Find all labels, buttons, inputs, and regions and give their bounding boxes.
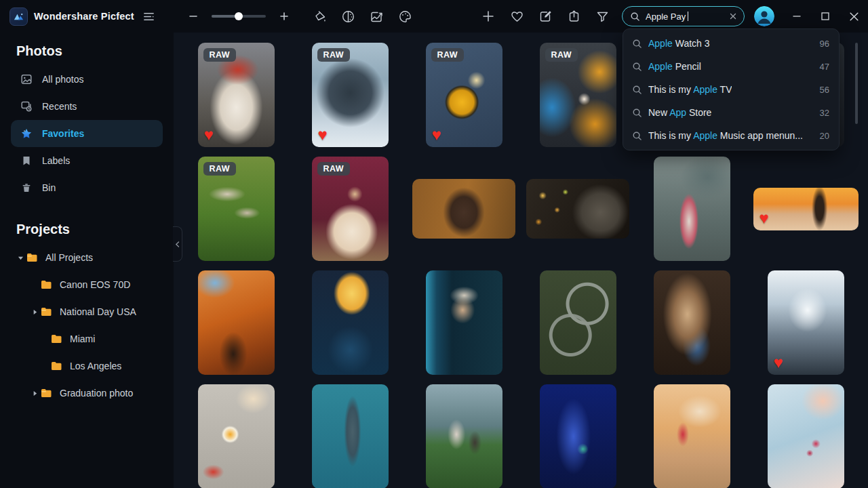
search-icon xyxy=(632,131,642,141)
sidebar-item-bin[interactable]: Bin xyxy=(11,174,163,201)
project-item-national-day-usa[interactable]: National Day USA xyxy=(0,298,174,325)
projects-heading: Projects xyxy=(0,201,174,244)
photo-tile-dog-in-santa-hat-snow[interactable]: RAW♥ xyxy=(198,43,275,147)
sidebar-item-labels[interactable]: Labels xyxy=(11,147,163,174)
photo-tile-woman-releasing-sky-lantern[interactable] xyxy=(312,270,389,375)
fill-bucket-icon xyxy=(313,9,327,24)
sidebar-item-label: Labels xyxy=(42,155,70,166)
suggestion-item[interactable]: Apple Watch 3 96 xyxy=(623,32,839,55)
sidebar-collapse-handle[interactable] xyxy=(173,226,182,262)
favorite-heart-icon[interactable]: ♥ xyxy=(318,127,328,143)
grid-cell: RAW♥ xyxy=(179,38,293,152)
photo-tile-man-by-window-blinds[interactable] xyxy=(426,270,502,375)
sidebar-item-label: All photos xyxy=(42,74,83,85)
zoom-slider[interactable] xyxy=(212,15,266,18)
photo-tile-cat-with-bokeh-lights[interactable] xyxy=(526,179,629,239)
folder-icon xyxy=(41,388,52,398)
suggestion-item[interactable]: This is my Apple Music app menun... 20 xyxy=(623,124,839,147)
export-icon xyxy=(567,9,581,24)
sidebar-item-recents[interactable]: Recents xyxy=(11,93,163,120)
photo-tile-friends-in-tea-field[interactable] xyxy=(426,384,502,488)
edit-button[interactable] xyxy=(534,5,557,28)
project-item-graduation-photo[interactable]: Graduation photo xyxy=(0,380,174,407)
photo-tile-dog-in-autumn-forest[interactable] xyxy=(412,179,515,239)
grid-cell: ♥ xyxy=(749,152,863,266)
image-enhance-button[interactable] xyxy=(365,5,388,28)
favorite-heart-icon[interactable]: ♥ xyxy=(760,210,769,226)
palette-button[interactable] xyxy=(393,5,416,28)
photo-tile-orange-canyon-hiker[interactable] xyxy=(198,270,275,375)
zoom-slider-thumb[interactable] xyxy=(235,12,243,20)
favorite-heart-icon[interactable]: ♥ xyxy=(774,354,783,371)
search-clear-button[interactable] xyxy=(729,12,737,20)
project-item-miami[interactable]: Miami xyxy=(0,325,174,352)
chevron-down-icon[interactable] xyxy=(15,255,26,261)
favorite-button[interactable] xyxy=(505,5,528,28)
export-button[interactable] xyxy=(562,5,585,28)
suggestion-item[interactable]: Apple Pencil 47 xyxy=(623,55,839,78)
grid-cell xyxy=(521,266,635,380)
zoom-out-button[interactable] xyxy=(182,5,205,28)
project-item-canon-eos-70d[interactable]: Canon EOS 70D xyxy=(0,271,174,298)
suggestion-count: 20 xyxy=(814,131,829,141)
grid-cell xyxy=(407,152,521,266)
zoom-in-button[interactable] xyxy=(273,5,296,28)
chevron-right-icon[interactable] xyxy=(29,309,41,315)
adjust-tools-group xyxy=(308,5,416,28)
grid-cell xyxy=(749,380,863,488)
fill-bucket-button[interactable] xyxy=(308,5,331,28)
maximize-button[interactable] xyxy=(811,0,840,33)
suggestion-item[interactable]: New App Store 32 xyxy=(623,101,839,124)
minimize-button[interactable] xyxy=(783,0,811,33)
close-button[interactable] xyxy=(840,0,868,33)
suggestion-item[interactable]: This is my Apple TV 56 xyxy=(623,78,839,101)
search-icon xyxy=(632,85,642,95)
filter-button[interactable] xyxy=(591,5,614,28)
search-input[interactable]: Apple Pay xyxy=(622,6,745,26)
photo-tile-aerial-winding-forest-road[interactable] xyxy=(540,270,616,375)
photo-tile-woman-behind-frosted-glass[interactable] xyxy=(654,270,730,375)
sidebar-item-favorites[interactable]: Favorites xyxy=(11,120,163,147)
compare-button[interactable] xyxy=(336,5,359,28)
close-icon xyxy=(849,12,859,22)
sidebar-item-label: Favorites xyxy=(42,128,84,139)
project-item-all-projects[interactable]: All Projects xyxy=(0,244,174,271)
text-cursor xyxy=(688,12,688,21)
titlebar: Wondershare Picfect xyxy=(0,0,868,33)
add-button[interactable] xyxy=(477,5,500,28)
photo-tile-rider-in-blue-orange-smoke[interactable]: RAW xyxy=(540,43,616,147)
chevron-left-icon xyxy=(175,241,180,247)
photo-tile-snow-peak-in-clouds[interactable]: ♥ xyxy=(768,270,844,375)
raw-badge: RAW xyxy=(317,162,350,176)
chevron-right-icon[interactable] xyxy=(29,390,41,396)
favorite-heart-icon[interactable]: ♥ xyxy=(204,127,214,143)
sidebar-menu-button[interactable] xyxy=(137,5,160,28)
bookmark-icon xyxy=(20,155,33,166)
project-item-label: Miami xyxy=(70,333,95,344)
sidebar-header: Wondershare Picfect xyxy=(0,0,174,33)
search-icon xyxy=(632,62,642,72)
project-item-los-angeles[interactable]: Los Angeles xyxy=(0,352,174,380)
avatar-person-icon xyxy=(754,6,774,26)
photo-tile-woman-walking-on-beach[interactable] xyxy=(654,384,730,488)
photo-tile-whale-and-calf-aerial[interactable] xyxy=(312,384,389,488)
sidebar-item-all-photos[interactable]: All photos xyxy=(11,66,163,93)
grid-cell xyxy=(407,266,521,380)
photo-tile-baking-flatlay-eggs-flour[interactable] xyxy=(198,384,275,488)
project-item-label: Canon EOS 70D xyxy=(60,279,130,290)
vertical-scrollbar[interactable] xyxy=(855,43,858,124)
maximize-icon xyxy=(821,12,830,21)
grid-cell xyxy=(407,380,521,488)
user-avatar[interactable] xyxy=(754,6,774,26)
photo-tile-frozen-berries-frost[interactable] xyxy=(768,384,844,488)
photo-tile-church-spire-at-sunset[interactable]: ♥ xyxy=(753,188,859,230)
photo-tile-snowy-mountain-peak[interactable]: RAW♥ xyxy=(312,43,389,147)
suggestion-count: 56 xyxy=(814,85,829,95)
photo-tile-cat-in-pink-tent[interactable]: RAW xyxy=(312,157,389,261)
photo-tile-forest-mushrooms[interactable]: RAW xyxy=(198,157,275,261)
photo-tile-yellow-fruit-drink[interactable]: RAW♥ xyxy=(426,43,502,147)
app-logo-icon xyxy=(9,7,28,26)
photo-tile-girl-in-traditional-dress[interactable] xyxy=(654,157,730,261)
favorite-heart-icon[interactable]: ♥ xyxy=(432,127,441,143)
photo-tile-guitarist-in-blue-light[interactable] xyxy=(540,384,616,488)
